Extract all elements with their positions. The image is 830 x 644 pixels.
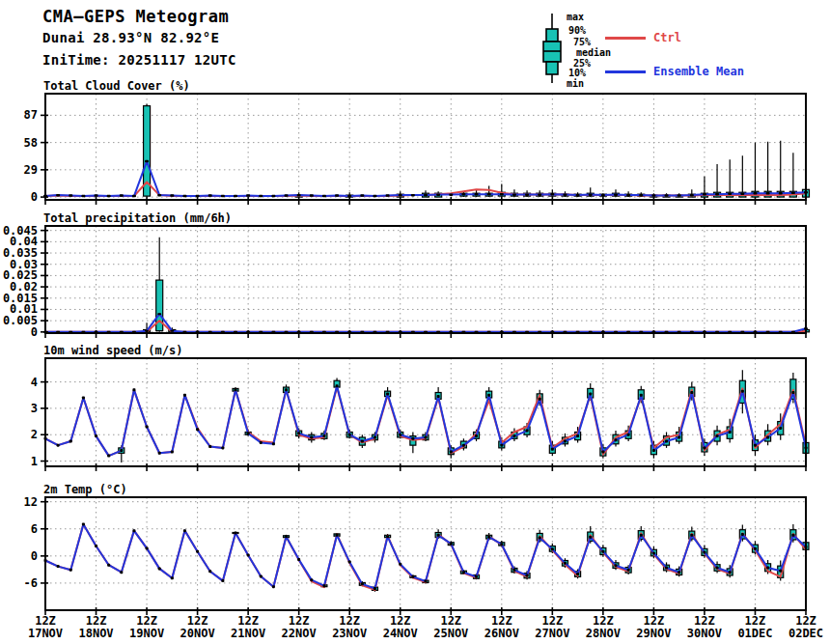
svg-text:12: 12 (24, 495, 38, 509)
time-axis-labels: 12Z17NOV12Z18NOV12Z19NOV12Z20NOV12Z21NOV… (28, 614, 823, 640)
svg-text:25NOV: 25NOV (433, 627, 468, 640)
svg-text:12Z: 12Z (541, 614, 563, 628)
svg-text:0.045: 0.045 (3, 224, 38, 238)
panel-temp: -606122m Temp (°C) (24, 483, 809, 615)
svg-text:12Z: 12Z (795, 614, 816, 628)
box-whiskers (144, 104, 810, 197)
svg-text:12Z: 12Z (86, 614, 107, 628)
panel-frame (45, 497, 806, 610)
svg-text:27NOV: 27NOV (535, 627, 569, 640)
panel-title: 2m Temp (°C) (43, 483, 127, 496)
svg-text:29NOV: 29NOV (636, 627, 671, 640)
legend-label-median: median (576, 48, 611, 58)
svg-text:12Z: 12Z (237, 614, 259, 628)
svg-text:3: 3 (31, 402, 38, 415)
ctrl-line-sample (605, 37, 646, 40)
panel-title: 10m wind speed (m/s) (43, 344, 183, 357)
svg-text:6: 6 (31, 522, 38, 536)
grid (45, 358, 806, 466)
panel-cloud: 0295887Total Cloud Cover (%) (24, 79, 810, 205)
svg-text:12Z: 12Z (440, 614, 461, 628)
svg-text:23NOV: 23NOV (332, 627, 367, 640)
legend-label-90pct: 90% (568, 26, 586, 36)
series-mean (45, 386, 806, 456)
svg-text:28NOV: 28NOV (586, 627, 621, 640)
panel-wind: 123410m wind speed (m/s) (31, 344, 809, 471)
panel-frame (45, 94, 806, 200)
legend-label-max: max (567, 13, 584, 22)
box-whiskers (144, 238, 810, 332)
svg-text:12Z: 12Z (339, 614, 360, 628)
svg-text:0: 0 (31, 190, 38, 204)
svg-text:02DEC: 02DEC (788, 627, 823, 640)
svg-text:12Z: 12Z (35, 614, 56, 628)
svg-text:1: 1 (31, 455, 38, 468)
svg-text:12Z: 12Z (593, 614, 614, 628)
svg-text:21NOV: 21NOV (231, 627, 265, 640)
svg-text:12Z: 12Z (644, 614, 665, 628)
svg-text:17NOV: 17NOV (28, 627, 63, 640)
svg-text:01DEC: 01DEC (737, 627, 772, 640)
svg-text:12Z: 12Z (694, 614, 715, 628)
svg-text:22NOV: 22NOV (282, 627, 317, 640)
svg-text:12Z: 12Z (187, 614, 208, 628)
svg-text:12Z: 12Z (136, 614, 157, 628)
svg-text:2: 2 (31, 428, 38, 441)
svg-text:58: 58 (24, 136, 38, 150)
meteogram-chart: 0295887Total Cloud Cover (%)00.0050.010.… (0, 0, 830, 644)
page-title: CMA—GEPS Meteogram (42, 7, 229, 26)
station-label: Dunai 28.93°N 82.92°E (42, 30, 219, 45)
svg-text:-6: -6 (24, 576, 38, 590)
y-axis: 00.0050.010.0150.020.0250.030.0350.040.0… (3, 224, 48, 339)
svg-text:30NOV: 30NOV (687, 627, 722, 640)
panel-frame (45, 358, 806, 466)
ensemble-mean-label: Ensemble Mean (653, 66, 744, 77)
box-whiskers (233, 524, 809, 592)
initime-label: IniTime: 20251117 12UTC (42, 52, 236, 68)
svg-text:0: 0 (31, 549, 38, 563)
svg-text:12Z: 12Z (745, 614, 766, 628)
svg-text:12Z: 12Z (289, 614, 310, 628)
grid (45, 497, 806, 610)
svg-text:18NOV: 18NOV (78, 627, 113, 640)
meteogram-app: 0295887Total Cloud Cover (%)00.0050.010.… (0, 0, 830, 644)
legend-label-10pct: 10% (568, 69, 586, 78)
svg-text:87: 87 (24, 108, 38, 122)
legend-box-glyph (543, 14, 561, 83)
panel-precip: 00.0050.010.0150.020.0250.030.0350.040.0… (3, 211, 810, 339)
svg-text:12Z: 12Z (390, 614, 411, 628)
svg-text:24NOV: 24NOV (383, 627, 418, 640)
svg-text:26NOV: 26NOV (484, 627, 519, 640)
panel-title: Total precipitation (mm/6h) (43, 211, 232, 225)
legend-label-min: min (567, 79, 584, 89)
svg-text:19NOV: 19NOV (129, 627, 164, 640)
grid (45, 94, 806, 200)
ctrl-label: Ctrl (653, 32, 681, 43)
ensemble-mean-line-sample (605, 70, 646, 73)
svg-text:12Z: 12Z (491, 614, 512, 628)
svg-text:4: 4 (31, 376, 38, 389)
svg-text:20NOV: 20NOV (180, 627, 215, 640)
panel-title: Total Cloud Cover (%) (43, 79, 190, 93)
svg-text:29: 29 (24, 163, 38, 177)
legend-label-75pct: 75% (573, 38, 591, 47)
